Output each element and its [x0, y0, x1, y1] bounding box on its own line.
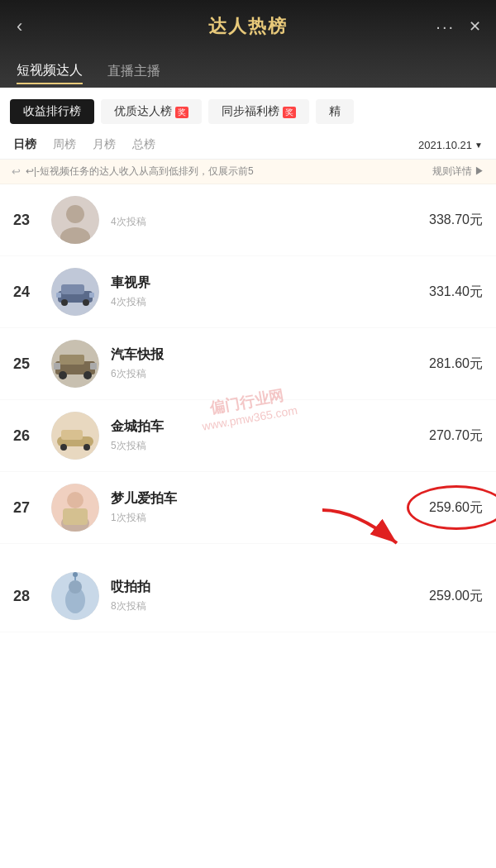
user-posts: 8次投稿	[111, 599, 429, 613]
date-selector[interactable]: 2021.10.21 ▼	[418, 139, 483, 151]
list-item: 25 汽车快报 6次投稿 281.60元	[0, 328, 496, 400]
user-posts: 6次投稿	[111, 367, 429, 381]
top-tab-bar: 短视频达人 直播主播	[0, 53, 496, 93]
earnings-value: 259.60元	[429, 499, 483, 517]
svg-point-13	[59, 371, 67, 379]
more-button[interactable]: ···	[436, 17, 455, 36]
earnings-value: 281.60元	[429, 355, 483, 373]
tab-short-video[interactable]: 短视频达人	[17, 62, 83, 84]
user-name: 梦儿爱拍车	[111, 490, 429, 508]
earnings-value: 259.00元	[429, 588, 483, 605]
user-info: 4次投稿	[111, 212, 429, 229]
award-badge-quality: 奖	[175, 107, 188, 118]
svg-point-21	[83, 444, 90, 451]
svg-point-6	[61, 299, 68, 306]
svg-rect-16	[90, 363, 97, 370]
earnings-value: 331.40元	[429, 284, 483, 301]
notice-bar: ↩ ↩|-短视频任务的达人收入从高到低排列，仅展示前5 规则详情 ▶	[0, 160, 496, 184]
tab-live-broadcast[interactable]: 直播主播	[107, 63, 160, 83]
svg-rect-8	[56, 293, 61, 298]
user-info: 金城拍车 5次投稿	[111, 418, 429, 453]
svg-rect-19	[61, 430, 83, 440]
user-name: 哎拍拍	[111, 579, 429, 596]
list-item: 24 車视界 4次投稿 331.40元	[0, 256, 496, 328]
avatar	[51, 572, 99, 620]
user-posts: 1次投稿	[111, 511, 429, 525]
rank-number: 26	[13, 427, 40, 445]
user-info: 哎拍拍 8次投稿	[111, 579, 429, 613]
notice-text: ↩|-短视频任务的达人收入从高到低排列，仅展示前5	[26, 165, 432, 179]
rank-number: 25	[13, 355, 40, 373]
period-day[interactable]: 日榜	[13, 137, 36, 152]
user-name: 汽车快报	[111, 346, 429, 364]
content-area: 收益排行榜 优质达人榜 奖 同步福利榜 奖 精 日榜 周榜 月榜 总榜 2021…	[0, 88, 496, 632]
notice-icon: ↩	[12, 165, 21, 178]
earnings-value: 270.70元	[429, 427, 483, 445]
user-info: 梦儿爱拍车 1次投稿	[111, 490, 429, 525]
period-month[interactable]: 月榜	[93, 137, 116, 152]
back-button[interactable]: ‹	[17, 16, 22, 37]
rank-number: 24	[13, 284, 40, 301]
list-item: 26 金城拍车 5次投稿 270.70元	[0, 400, 496, 472]
svg-point-20	[60, 444, 67, 451]
header: ‹ 达人热榜 ··· ✕	[0, 0, 496, 53]
list-item: 23 4次投稿 338.70元	[0, 184, 496, 256]
sub-tab-bar: 收益排行榜 优质达人榜 奖 同步福利榜 奖 精	[0, 88, 496, 131]
user-posts: 5次投稿	[111, 439, 429, 453]
list-item-27: 27 梦儿爱拍车 1次投稿 259.60元	[0, 472, 496, 544]
period-week[interactable]: 周榜	[53, 137, 76, 152]
svg-rect-25	[63, 508, 88, 525]
period-total[interactable]: 总榜	[132, 137, 155, 152]
svg-rect-9	[89, 293, 94, 298]
notice-rule-link[interactable]: 规则详情 ▶	[432, 165, 484, 179]
chevron-down-icon: ▼	[475, 141, 483, 150]
list-item: 28 哎拍拍 8次投稿 259.00元	[0, 560, 496, 632]
close-button[interactable]: ✕	[469, 17, 481, 36]
rank-number: 28	[13, 588, 40, 605]
list-container: 偏门行业网 www.pmw365.com 23 4次投稿 338.70元 24	[0, 184, 496, 632]
user-info: 車视界 4次投稿	[111, 274, 429, 309]
svg-point-14	[83, 371, 92, 379]
user-name: 車视界	[111, 274, 429, 292]
earnings-value: 338.70元	[429, 212, 483, 229]
tab-welfare[interactable]: 同步福利榜 奖	[208, 99, 309, 124]
header-title: 达人热榜	[208, 14, 288, 39]
svg-rect-15	[54, 363, 60, 370]
avatar	[51, 340, 99, 388]
svg-point-23	[67, 492, 83, 508]
user-info: 汽车快报 6次投稿	[111, 346, 429, 381]
avatar	[51, 196, 99, 244]
user-posts: 4次投稿	[111, 215, 429, 229]
svg-rect-5	[61, 284, 84, 294]
avatar	[51, 268, 99, 316]
svg-point-7	[83, 299, 89, 306]
svg-rect-12	[60, 355, 84, 365]
svg-point-1	[66, 205, 84, 223]
avatar	[51, 412, 99, 460]
rank-number: 23	[13, 212, 40, 229]
svg-point-29	[69, 580, 82, 594]
period-tab-bar: 日榜 周榜 月榜 总榜 2021.10.21 ▼	[0, 131, 496, 160]
user-name: 金城拍车	[111, 418, 429, 436]
tab-earnings[interactable]: 收益排行榜	[10, 99, 94, 124]
tab-quality[interactable]: 优质达人榜 奖	[101, 99, 202, 124]
rank-number: 27	[13, 499, 40, 517]
award-badge-welfare: 奖	[283, 107, 296, 118]
user-posts: 4次投稿	[111, 295, 429, 309]
avatar	[51, 484, 99, 532]
tab-more[interactable]: 精	[316, 99, 354, 124]
svg-point-31	[73, 572, 78, 577]
